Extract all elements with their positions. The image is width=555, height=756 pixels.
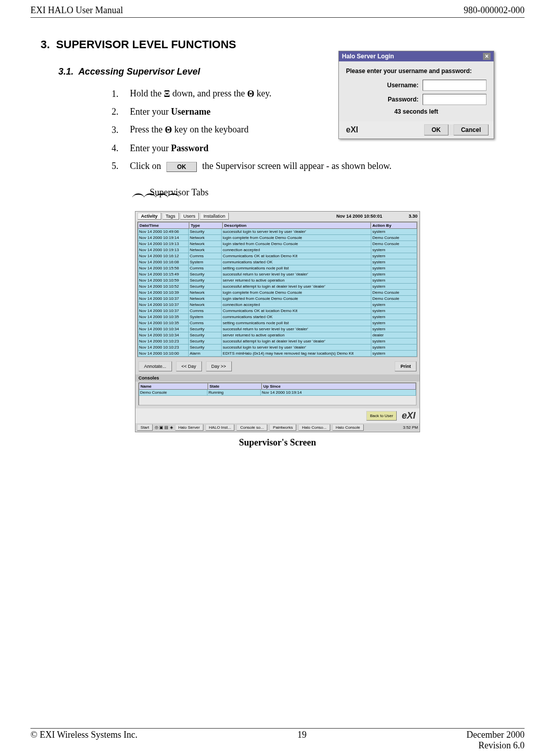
table-row[interactable]: Nov 14 2000 10:19:14Networklogin complet… <box>138 235 417 241</box>
tab-users[interactable]: Users <box>180 213 199 220</box>
start-button[interactable]: Start <box>137 424 153 431</box>
cell: system <box>371 338 417 345</box>
day-back-button[interactable]: << Day <box>176 361 202 371</box>
cell: Network <box>189 241 222 247</box>
col-by[interactable]: Action By <box>371 222 417 229</box>
ccol-upsince[interactable]: Up Since <box>262 383 416 390</box>
step4-bold: Password <box>171 143 209 153</box>
taskbar-item[interactable]: Paintworks <box>269 424 296 431</box>
table-row[interactable]: Nov 14 2000 10:10:00AlarmEDITS miniHalo … <box>138 351 417 357</box>
back-to-user-button[interactable]: Back to User <box>366 411 397 421</box>
table-row[interactable]: Nov 14 2000 10:19:13Networklogin started… <box>138 241 417 247</box>
day-fwd-button[interactable]: Day >> <box>206 361 232 371</box>
print-button[interactable]: Print <box>395 361 417 371</box>
tab-tags[interactable]: Tags <box>162 213 179 220</box>
taskbar-item[interactable]: Halo Console <box>332 424 364 431</box>
tab-installation[interactable]: Installation <box>200 213 229 220</box>
section-title: SUPERVISOR LEVEL FUNCTIONS <box>56 38 236 51</box>
table-row[interactable]: Nov 14 2000 10:16:12CommsCommunications … <box>138 253 417 259</box>
table-row[interactable]: Nov 14 2000 10:15:58Commssetting communi… <box>138 265 417 271</box>
login-ok-button[interactable]: OK <box>424 124 448 135</box>
footer-page-number: 19 <box>137 730 466 751</box>
cell: system <box>371 320 417 326</box>
cell: system <box>371 271 417 278</box>
login-titlebar: Halo Server Login × <box>339 51 494 61</box>
cell: setting communications node poll list <box>222 265 371 271</box>
login-countdown: 43 seconds left <box>346 108 487 115</box>
table-row[interactable]: Nov 14 2000 10:10:37CommsCommunications … <box>138 308 417 314</box>
page-footer: © EXI Wireless Systems Inc. 19 December … <box>30 728 525 751</box>
page-header: EXI HALO User Manual 980-000002-000 <box>30 5 525 18</box>
cell: system <box>371 314 417 320</box>
table-row[interactable]: Nov 14 2000 10:15:49Securitysuccessful r… <box>138 271 417 278</box>
table-row[interactable]: Nov 14 2000 10:10:39Networklogin complet… <box>138 290 417 296</box>
console-row[interactable]: Demo Console Running Nov 14 2000 10:19:1… <box>139 390 416 396</box>
ccol-state[interactable]: State <box>208 383 262 390</box>
table-row[interactable]: Nov 14 2000 10:10:37Networklogin started… <box>138 296 417 302</box>
taskbar-clock: 3:52 PM <box>403 425 418 430</box>
cell: Security <box>189 345 222 351</box>
cell: server returned to active operation <box>222 332 371 338</box>
cell: communications started OK <box>222 314 371 320</box>
table-row[interactable]: Nov 14 2000 10:19:13Networkconnection ac… <box>138 247 417 253</box>
figure-caption: Supervisor's Screen <box>30 437 525 448</box>
cell: System <box>189 259 222 265</box>
consoles-grid: Name State Up Since Demo Console Running… <box>138 383 417 405</box>
col-desc[interactable]: Description <box>223 222 371 229</box>
sv-datetime: Nov 14 2000 10:50:01 <box>336 214 388 219</box>
col-date[interactable]: Date/Time <box>138 222 189 229</box>
cell: EDITS miniHalo (0x14) may have removed t… <box>222 351 371 357</box>
table-row[interactable]: Nov 14 2000 10:16:08Systemcommunications… <box>138 259 417 265</box>
close-icon[interactable]: × <box>483 53 491 60</box>
cell: system <box>371 345 417 351</box>
username-input[interactable] <box>423 80 487 91</box>
quicklaunch-icons[interactable]: ◎ ▣ ▤ ◈ <box>155 425 173 430</box>
tab-activity[interactable]: Activity <box>137 213 161 220</box>
cell: Nov 14 2000 10:10:00 <box>138 351 189 357</box>
taskbar-item[interactable]: Halo Conso... <box>298 424 330 431</box>
cell: server returned to active operation <box>222 278 371 284</box>
password-input[interactable] <box>423 94 487 105</box>
cell: Security <box>189 271 222 278</box>
ccol-name[interactable]: Name <box>139 383 208 390</box>
taskbar-item[interactable]: Halo Server <box>175 424 203 431</box>
cell: Nov 14 2000 10:10:37 <box>138 302 189 308</box>
cell: Nov 14 2000 10:15:49 <box>138 271 189 278</box>
theta-key-icon: Θ <box>247 89 254 99</box>
taskbar-item[interactable]: HALO Inst... <box>205 424 235 431</box>
table-row[interactable]: Nov 14 2000 10:10:35Commssetting communi… <box>138 320 417 326</box>
annotate-button[interactable]: Annotate... <box>138 361 172 371</box>
cell: system <box>371 284 417 290</box>
cell: dealer <box>371 332 417 338</box>
consoles-label: Consoles <box>135 374 420 382</box>
cell: Network <box>189 302 222 308</box>
step3-pre: Press the <box>130 124 165 134</box>
table-row[interactable]: Nov 14 2000 10:10:59Securityserver retur… <box>138 278 417 284</box>
taskbar-item[interactable]: Console so... <box>236 424 267 431</box>
cell: successful return to server level by use… <box>222 271 371 278</box>
brace-icon: ⏜⏜⏜⏜ <box>132 198 525 209</box>
login-dialog: Halo Server Login × Please enter your us… <box>338 51 494 139</box>
inline-ok-button[interactable]: OK <box>166 162 197 172</box>
cell: Demo Console <box>371 241 417 247</box>
sv-taskbar: Start ◎ ▣ ▤ ◈ Halo Server HALO Inst... C… <box>135 423 420 432</box>
sv-version: 3.30 <box>388 214 418 219</box>
table-row[interactable]: Nov 14 2000 10:10:23Securitysuccessful l… <box>138 345 417 351</box>
table-row[interactable]: Nov 14 2000 10:10:52Securitysuccessful a… <box>138 284 417 290</box>
table-row[interactable]: Nov 14 2000 10:10:34Securitysuccessful r… <box>138 326 417 332</box>
table-row[interactable]: Nov 14 2000 10:49:06Securitysuccessful l… <box>138 229 417 235</box>
table-row[interactable]: Nov 14 2000 10:10:37Networkconnection ac… <box>138 302 417 308</box>
cell: Nov 14 2000 10:15:58 <box>138 265 189 271</box>
table-row[interactable]: Nov 14 2000 10:10:34Securityserver retur… <box>138 332 417 338</box>
cell: Communications OK at location Demo Kit <box>222 253 371 259</box>
table-row[interactable]: Nov 14 2000 10:10:23Securitysuccessful a… <box>138 338 417 345</box>
table-row[interactable]: Nov 14 2000 10:10:35Systemcommunications… <box>138 314 417 320</box>
cell: Comms <box>189 265 222 271</box>
xi-logo-icon: eXI <box>344 124 360 135</box>
login-cancel-button[interactable]: Cancel <box>454 124 489 135</box>
col-type[interactable]: Type <box>189 222 223 229</box>
cell: login complete from Console Demo Console <box>222 235 371 241</box>
step1-post: key. <box>254 88 271 98</box>
sv-tabs-bar: Activity Tags Users Installation Nov 14 … <box>135 212 420 221</box>
cell: Demo Console <box>371 296 417 302</box>
